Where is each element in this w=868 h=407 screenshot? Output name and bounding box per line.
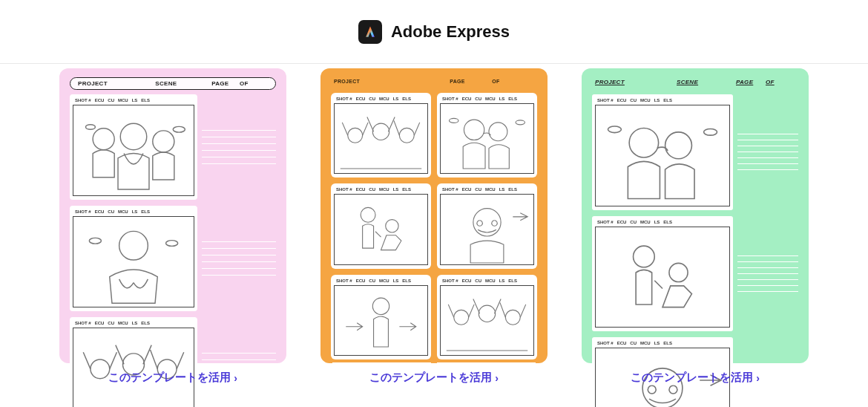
use-template-link[interactable]: このテンプレートを活用 › xyxy=(631,371,760,385)
shot-col: SHOT # xyxy=(75,209,91,214)
label-of: OF xyxy=(240,80,268,87)
shot-col: ECU xyxy=(617,341,627,345)
template-card-orange: PROJECT SCENE PAGE OF SHOT # ECU CU MCU … xyxy=(320,68,548,385)
shot-col: LS xyxy=(393,187,399,192)
shot-col: ELS xyxy=(402,97,411,101)
shot-col: ELS xyxy=(508,97,517,101)
frame-wrap: SHOT # ECU CU MCU LS ELS xyxy=(592,94,733,210)
note-line xyxy=(202,241,276,242)
shot-col: ELS xyxy=(663,98,672,102)
shot-col: CU xyxy=(369,187,375,192)
note-line xyxy=(737,291,798,292)
shot-col: CU xyxy=(630,341,637,345)
template-preview-pink[interactable]: PROJECT SCENE PAGE OF SHOT # ECU CU MCU … xyxy=(59,68,286,363)
shot-col: LS xyxy=(654,341,660,345)
template-card-pink: PROJECT SCENE PAGE OF SHOT # ECU CU MCU … xyxy=(59,68,286,385)
note-line xyxy=(202,268,276,269)
app-header: Adobe Express xyxy=(0,0,868,64)
notes-lines xyxy=(737,94,798,210)
shot-col: MCU xyxy=(118,209,128,214)
shot-col: LS xyxy=(132,209,138,214)
shot-col: ELS xyxy=(141,209,150,214)
shot-labels: SHOT # ECU CU MCU LS ELS xyxy=(440,278,534,285)
template-card-green: PROJECT SCENE PAGE OF SHOT # ECU CU MCU … xyxy=(582,68,809,385)
note-line xyxy=(737,388,798,389)
sketch-frame xyxy=(334,103,428,174)
shot-col: MCU xyxy=(379,279,389,283)
storyboard-row: SHOT # ECU CU MCU LS ELS xyxy=(70,206,276,311)
frame-wrap: SHOT # ECU CU MCU LS ELS xyxy=(70,206,197,311)
storyboard-row: SHOT # ECU CU MCU LS ELS SHOT # ECU xyxy=(331,275,537,359)
sketch-frame xyxy=(73,328,194,407)
templates-row: PROJECT SCENE PAGE OF SHOT # ECU CU MCU … xyxy=(0,64,868,385)
storyboard-row: SHOT # ECU CU MCU LS ELS xyxy=(70,94,276,200)
shot-col: CU xyxy=(630,220,637,224)
shot-labels: SHOT # ECU CU MCU LS ELS xyxy=(595,97,730,105)
label-of: OF xyxy=(766,79,795,85)
shot-labels: SHOT # ECU CU MCU LS ELS xyxy=(595,219,730,227)
shot-col: ECU xyxy=(617,98,627,102)
frame-wrap: SHOT # ECU CU MCU LS ELS xyxy=(437,183,537,268)
shot-col: SHOT # xyxy=(597,341,614,345)
cta-label: このテンプレートを活用 xyxy=(631,371,753,385)
shot-col: ECU xyxy=(462,97,472,101)
note-line xyxy=(737,267,798,268)
shot-col: MCU xyxy=(118,98,128,102)
shot-col: ECU xyxy=(356,97,366,101)
shot-col: CU xyxy=(369,279,375,283)
sketch-frame xyxy=(334,194,428,264)
storyboard-row: SHOT # ECU CU MCU LS ELS SHOT # ECU xyxy=(331,183,537,268)
note-line xyxy=(202,275,276,276)
shot-col: ECU xyxy=(356,187,366,192)
shot-col: CU xyxy=(475,97,481,101)
shot-col: ECU xyxy=(356,279,366,283)
notes-lines xyxy=(202,206,276,311)
use-template-link[interactable]: このテンプレートを活用 › xyxy=(108,371,237,385)
shot-col: SHOT # xyxy=(336,279,352,283)
shot-col: SHOT # xyxy=(75,98,91,102)
frame-wrap: SHOT # ECU CU MCU LS ELS xyxy=(437,275,537,359)
shot-col: SHOT # xyxy=(442,97,458,101)
note-line xyxy=(202,248,276,249)
cta-label: このテンプレートを活用 xyxy=(108,371,231,385)
storyboard-row: SHOT # ECU CU MCU LS ELS xyxy=(592,216,798,332)
shot-col: MCU xyxy=(485,97,496,101)
chevron-right-icon: › xyxy=(756,372,760,384)
shot-col: ECU xyxy=(617,220,627,224)
use-template-link[interactable]: このテンプレートを活用 › xyxy=(369,371,499,385)
shot-col: ELS xyxy=(508,279,517,283)
note-line xyxy=(737,273,798,274)
storyboard-row: SHOT # ECU CU MCU LS ELS xyxy=(70,317,276,407)
chevron-right-icon: › xyxy=(495,372,499,384)
adobe-express-logo-icon xyxy=(358,20,382,44)
shot-col: LS xyxy=(654,98,660,102)
shot-col: CU xyxy=(475,279,481,283)
note-line xyxy=(737,146,798,146)
shot-col: MCU xyxy=(379,187,389,192)
note-line xyxy=(737,140,798,140)
note-line xyxy=(202,255,276,255)
shot-col: LS xyxy=(393,279,399,283)
storyboard-header-strip: PROJECT SCENE PAGE OF xyxy=(592,77,798,90)
shot-col: MCU xyxy=(640,220,651,224)
app-title: Adobe Express xyxy=(391,22,510,42)
sketch-frame xyxy=(73,216,194,307)
shot-labels: SHOT # ECU CU MCU LS ELS xyxy=(334,278,428,285)
shot-col: ELS xyxy=(141,321,150,325)
sketch-frame xyxy=(73,105,194,196)
shot-col: MCU xyxy=(485,279,496,283)
label-scene: SCENE xyxy=(155,80,211,87)
note-line xyxy=(202,130,276,131)
note-line xyxy=(202,137,276,137)
template-preview-orange[interactable]: PROJECT SCENE PAGE OF SHOT # ECU CU MCU … xyxy=(320,68,548,363)
shot-col: CU xyxy=(475,187,481,192)
shot-col: SHOT # xyxy=(442,279,458,283)
shot-col: MCU xyxy=(485,187,496,192)
shot-col: ELS xyxy=(141,98,150,102)
template-preview-green[interactable]: PROJECT SCENE PAGE OF SHOT # ECU CU MCU … xyxy=(582,68,809,363)
label-project: PROJECT xyxy=(78,80,155,87)
shot-col: LS xyxy=(499,187,505,192)
shot-col: ELS xyxy=(663,341,672,345)
note-line xyxy=(332,362,431,363)
storyboard-header-strip: PROJECT SCENE PAGE OF xyxy=(70,77,276,90)
